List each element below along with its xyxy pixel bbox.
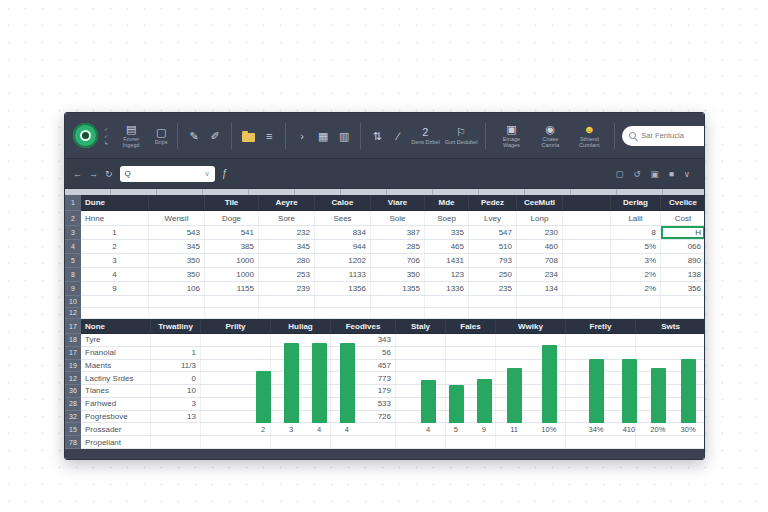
cell[interactable]: Propeliant: [81, 436, 151, 448]
cell[interactable]: 235: [469, 282, 517, 295]
cell[interactable]: 3: [81, 254, 149, 267]
row-number[interactable]: 5: [65, 254, 81, 268]
cell[interactable]: 460: [517, 240, 563, 253]
cell[interactable]: Sore: [259, 211, 315, 225]
cell[interactable]: 234: [517, 268, 563, 281]
brush-button[interactable]: ✐: [207, 130, 223, 142]
emoji-button[interactable]: ☻Sthtend Cumlant: [572, 123, 606, 148]
columns-button[interactable]: ▥: [336, 130, 352, 142]
cell[interactable]: [331, 436, 396, 448]
column-header-cell[interactable]: Caloe: [315, 195, 371, 210]
column-header-cell[interactable]: Fales: [446, 319, 496, 333]
row-number[interactable]: 9: [65, 282, 81, 296]
column-header-cell[interactable]: Swts: [636, 319, 704, 333]
cell[interactable]: 280: [259, 254, 315, 267]
cell[interactable]: [425, 296, 469, 307]
cell[interactable]: 9: [81, 282, 149, 295]
cell[interactable]: [205, 308, 259, 319]
cell[interactable]: Sees: [315, 211, 371, 225]
cell[interactable]: [636, 436, 704, 448]
cell[interactable]: [563, 268, 611, 281]
cell[interactable]: 345: [259, 240, 315, 253]
row-number[interactable]: 12: [65, 308, 81, 320]
cell[interactable]: Sole: [371, 211, 425, 225]
row-number[interactable]: 18: [65, 334, 81, 347]
cell[interactable]: 8: [611, 226, 661, 239]
format-merged-button[interactable]: ▤Fovrer Ingegd: [114, 123, 148, 148]
column-header-cell[interactable]: Tile: [205, 195, 259, 210]
row-number[interactable]: 36: [65, 385, 81, 398]
cell[interactable]: [517, 296, 563, 307]
cell[interactable]: 2%: [611, 268, 661, 281]
cell[interactable]: 1133: [315, 268, 371, 281]
column-header-cell[interactable]: Fretly: [566, 319, 636, 333]
cell[interactable]: [517, 308, 563, 319]
cell[interactable]: 2: [81, 240, 149, 253]
cell[interactable]: 3: [151, 398, 201, 410]
cell[interactable]: 890: [661, 254, 704, 267]
cell[interactable]: Wensil: [149, 211, 205, 225]
cell[interactable]: 5%: [611, 240, 661, 253]
cell[interactable]: Maents: [81, 360, 151, 372]
embedded-bar-chart[interactable]: 23444591110%34%41020%30%: [256, 339, 701, 437]
cell[interactable]: 250: [469, 268, 517, 281]
cell[interactable]: 10: [151, 385, 201, 397]
cell[interactable]: [271, 436, 331, 448]
cell[interactable]: [469, 296, 517, 307]
cell[interactable]: 1202: [315, 254, 371, 267]
cell[interactable]: 0: [151, 372, 201, 384]
column-header-cell[interactable]: Cvelice: [661, 195, 704, 210]
cell[interactable]: 230: [517, 226, 563, 239]
cell[interactable]: 239: [259, 282, 315, 295]
flag-button[interactable]: ⚐Gurt Dedubel: [445, 126, 478, 145]
cell[interactable]: 706: [371, 254, 425, 267]
cell[interactable]: Farhwed: [81, 398, 151, 410]
cell[interactable]: 793: [469, 254, 517, 267]
cell[interactable]: 944: [315, 240, 371, 253]
cell[interactable]: 13: [151, 411, 201, 423]
column-header-cell[interactable]: None: [81, 319, 151, 333]
row-number[interactable]: 17: [65, 347, 81, 360]
cell[interactable]: [563, 296, 611, 307]
cell[interactable]: Lalil: [611, 211, 661, 225]
image-button[interactable]: ▣Emage Wages: [494, 123, 528, 148]
cell[interactable]: 11/3: [151, 360, 201, 372]
cell[interactable]: Cost: [661, 211, 704, 225]
eraser-button[interactable]: ∕: [390, 130, 406, 142]
row-number[interactable]: 4: [65, 240, 81, 254]
cell[interactable]: [259, 308, 315, 319]
cell[interactable]: [149, 296, 205, 307]
sort-button[interactable]: ⇅: [369, 130, 385, 142]
cell[interactable]: [566, 436, 636, 448]
cell[interactable]: 510: [469, 240, 517, 253]
drips-button[interactable]: ▢Drips: [153, 126, 169, 145]
row-number[interactable]: 32: [65, 411, 81, 424]
expand-button[interactable]: ›: [294, 130, 310, 142]
row-number[interactable]: 17: [65, 319, 81, 334]
cell[interactable]: 106: [149, 282, 205, 295]
cell[interactable]: 1355: [371, 282, 425, 295]
cell[interactable]: Lvey: [469, 211, 517, 225]
column-header-cell[interactable]: Feodives: [331, 319, 396, 333]
cell[interactable]: 066: [661, 240, 704, 253]
cell[interactable]: Tlanes: [81, 385, 151, 397]
row-number[interactable]: 28: [65, 398, 81, 411]
row-number[interactable]: 19: [65, 360, 81, 373]
cell[interactable]: 1: [151, 347, 201, 359]
camera-button[interactable]: ◉Cnase Camrla: [533, 123, 567, 148]
cell[interactable]: 4: [81, 268, 149, 281]
cell[interactable]: [371, 308, 425, 319]
pen-button[interactable]: ✎: [186, 130, 202, 142]
cell[interactable]: 134: [517, 282, 563, 295]
cell[interactable]: [446, 436, 496, 448]
cell[interactable]: Soep: [425, 211, 469, 225]
list-button[interactable]: ≡: [261, 130, 277, 142]
cell[interactable]: Hnne: [81, 211, 149, 225]
column-header-cell[interactable]: Pedez: [469, 195, 517, 210]
cell[interactable]: 1431: [425, 254, 469, 267]
search-box[interactable]: Sar Fentucla ∨: [622, 126, 705, 146]
cell[interactable]: Pogresbove: [81, 411, 151, 423]
column-header-cell[interactable]: Mde: [425, 195, 469, 210]
cell[interactable]: [469, 308, 517, 319]
column-header-cell[interactable]: Trwatliny: [151, 319, 201, 333]
